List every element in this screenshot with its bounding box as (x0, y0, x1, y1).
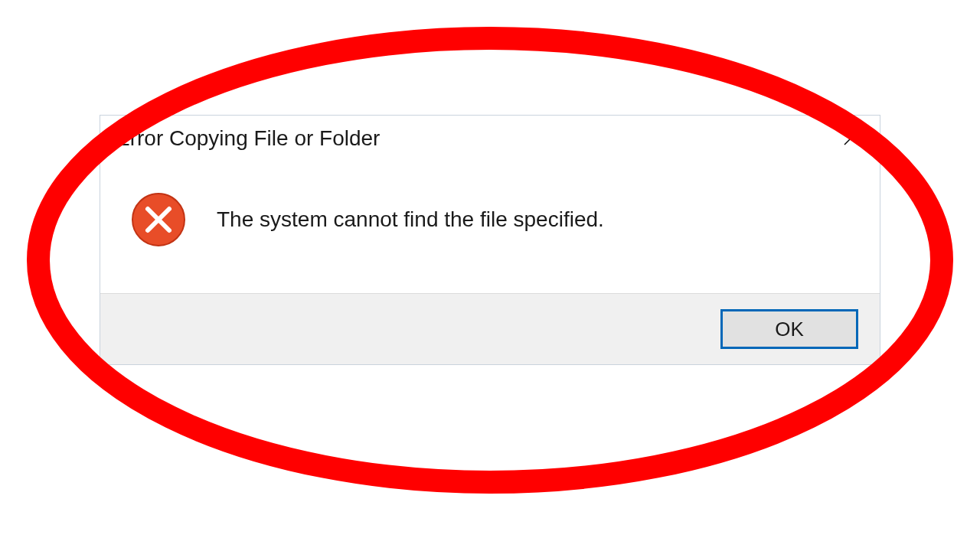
dialog-title: Error Copying File or Folder (116, 126, 380, 151)
error-dialog: Error Copying File or Folder The system … (100, 115, 880, 365)
dialog-titlebar: Error Copying File or Folder (100, 116, 880, 161)
dialog-footer: OK (100, 293, 880, 364)
dialog-body: The system cannot find the file specifie… (100, 161, 880, 293)
close-button[interactable] (834, 121, 869, 156)
close-icon (842, 129, 861, 149)
ok-button[interactable]: OK (720, 309, 858, 349)
error-icon (131, 192, 186, 247)
dialog-message: The system cannot find the file specifie… (217, 207, 604, 232)
